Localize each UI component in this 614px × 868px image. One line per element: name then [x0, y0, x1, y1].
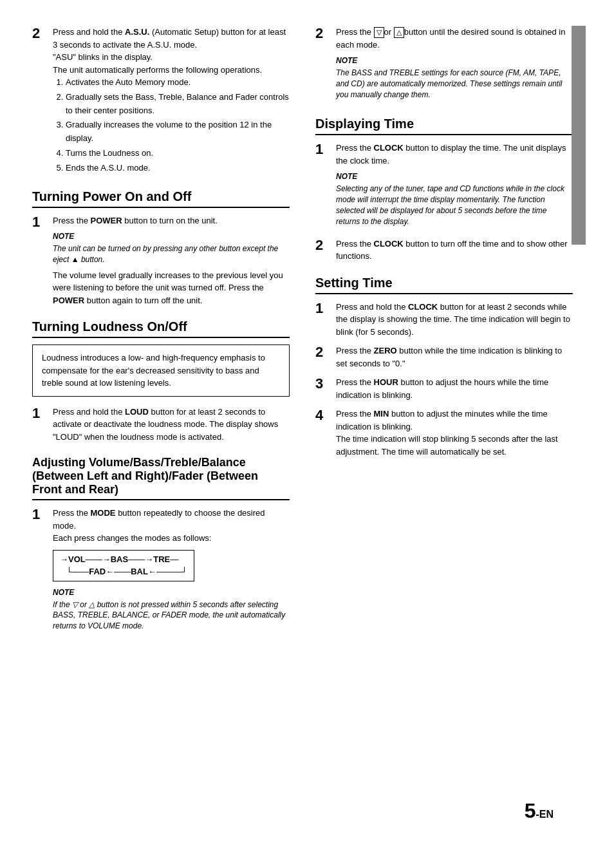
step-2-asu: 2 Press and hold the A.S.U. (Automatic S…: [32, 26, 290, 176]
sound-note-label: NOTE: [336, 55, 573, 66]
step-content-2-sound: Press the ▽or △button until the desired …: [336, 26, 573, 104]
step-content-1-display: Press the CLOCK button to display the ti…: [336, 142, 573, 231]
step-2-sound: 2 Press the ▽or △button until the desire…: [315, 26, 573, 104]
step-1-loudness-text: Press and hold the LOUD button for at le…: [53, 407, 278, 442]
step-1-display: 1 Press the CLOCK button to display the …: [315, 142, 573, 231]
step-2-set-text: Press the ZERO button while the time ind…: [336, 346, 562, 368]
power-bold: POWER: [91, 216, 122, 225]
asu-list-item-3: Gradually increases the volume to the po…: [66, 118, 290, 146]
vol-diagram: → VOL ——→ BAS ——→ TRE — └—— FAD ←——: [53, 550, 290, 581]
power-note-text: The unit can be turned on by pressing an…: [53, 243, 290, 265]
step-num-2-display: 2: [315, 238, 333, 253]
page-num-suffix: -EN: [535, 809, 554, 820]
sound-note-text: The BASS and TREBLE settings for each so…: [336, 68, 573, 100]
clock-bold-2: CLOCK: [374, 239, 404, 249]
step-content-1-mode: Press the MODE button repeatedly to choo…: [53, 507, 290, 636]
step-1-loudness: 1 Press and hold the LOUD button for at …: [32, 406, 290, 444]
side-tab: [572, 26, 586, 245]
step-1-mode-text: Press the MODE button repeatedly to choo…: [53, 508, 265, 531]
clock-bold-3: CLOCK: [408, 302, 438, 312]
step-content-2-display: Press the CLOCK button to turn off the t…: [336, 238, 573, 263]
power-note-label: NOTE: [53, 231, 290, 242]
display-note-label: NOTE: [336, 171, 573, 182]
min-bold: MIN: [374, 409, 389, 419]
vol-note-block: NOTE If the ▽ or △ button is not pressed…: [53, 587, 290, 632]
asu-list-item-2: Gradually sets the Bass, Treble, Balance…: [66, 91, 290, 118]
step-content-1-set: Press and hold the CLOCK button for at l…: [336, 301, 573, 339]
step-num-1-power: 1: [32, 214, 50, 230]
arrow-right-1: →: [60, 553, 68, 566]
step-num-2-asu: 2: [32, 26, 50, 41]
step-1-power-text: Press the POWER button to turn on the un…: [53, 216, 218, 225]
right-column: 2 Press the ▽or △button until the desire…: [302, 26, 586, 842]
corner-left: └——: [66, 565, 89, 578]
vol-down-button: ▽: [374, 27, 384, 38]
step-2-sound-text: Press the ▽or △button until the desired …: [336, 27, 566, 50]
power-note-block: NOTE The unit can be turned on by pressi…: [53, 231, 290, 265]
vol-diagram-inner: → VOL ——→ BAS ——→ TRE — └—— FAD ←——: [53, 550, 194, 581]
step-num-3-set: 3: [315, 376, 333, 392]
step-content-1-loudness: Press and hold the LOUD button for at le…: [53, 406, 290, 444]
step-content-1-power: Press the POWER button to turn on the un…: [53, 214, 290, 307]
loudness-box: Loudness introduces a low- and high-freq…: [32, 344, 290, 397]
display-note-text: Selecting any of the tuner, tape and CD …: [336, 184, 573, 227]
step-1-mode: 1 Press the MODE button repeatedly to ch…: [32, 507, 290, 636]
step-num-1-set: 1: [315, 301, 333, 316]
step-2-asu-text: Press and hold the A.S.U. (Automatic Set…: [53, 27, 286, 50]
step-num-2-sound: 2: [315, 26, 333, 41]
arrow-left-2: ←———┘: [148, 565, 187, 578]
step-1-power: 1 Press the POWER button to turn on the …: [32, 214, 290, 307]
corner-right: —: [170, 553, 178, 566]
step-4-set: 4 Press the MIN button to adjust the min…: [315, 408, 573, 458]
asu-list-item-5: Ends the A.S.U. mode.: [66, 162, 290, 175]
step-1-display-text: Press the CLOCK button to display the ti…: [336, 143, 566, 165]
step-1-mode-line2: Each press changes the modes as follows:: [53, 533, 211, 543]
step-1-set: 1 Press and hold the CLOCK button for at…: [315, 301, 573, 339]
vol-up-button: △: [394, 27, 404, 38]
step-content-2-set: Press the ZERO button while the time ind…: [336, 344, 573, 370]
vol-row-2: └—— FAD ←—— BAL ←———┘: [60, 565, 187, 578]
bal-label: BAL: [131, 565, 148, 578]
step-content-4-set: Press the MIN button to adjust the minut…: [336, 408, 573, 458]
step-2-display-text: Press the CLOCK button to turn off the t…: [336, 239, 568, 261]
asu-bold: A.S.U.: [125, 27, 149, 37]
step-num-1-display: 1: [315, 142, 333, 157]
power-body-text: The volume level gradually increases to …: [53, 269, 290, 307]
loud-bold: LOUD: [125, 407, 149, 417]
step-4-set-text: Press the MIN button to adjust the minut…: [336, 409, 548, 431]
vol-note-text: If the ▽ or △ button is not pressed with…: [53, 599, 290, 632]
page-num-main: 5: [525, 799, 536, 822]
step-2-set: 2 Press the ZERO button while the time i…: [315, 344, 573, 370]
step-content-3-set: Press the HOUR button to adjust the hour…: [336, 376, 573, 401]
step-1-set-text: Press and hold the CLOCK button for at l…: [336, 302, 570, 337]
vol-note-label: NOTE: [53, 587, 290, 598]
vol-label: VOL: [68, 553, 86, 566]
step-3-set: 3 Press the HOUR button to adjust the ho…: [315, 376, 573, 401]
fad-label: FAD: [89, 565, 106, 578]
step-4-set-line2: The time indication will stop blinking 5…: [336, 434, 558, 457]
section-setting-title: Setting Time: [315, 276, 573, 294]
bas-label: BAS: [111, 553, 128, 566]
step-2-asu-line2: "ASU" blinks in the display.: [53, 52, 153, 62]
zero-bold: ZERO: [374, 346, 397, 355]
arrow-left-1: ←——: [106, 565, 131, 578]
section-power-title: Turning Power On and Off: [32, 189, 290, 208]
tre-label: TRE: [153, 553, 170, 566]
sound-note-block: NOTE The BASS and TREBLE settings for ea…: [336, 55, 573, 100]
hour-bold: HOUR: [374, 377, 398, 387]
step-content-2-asu: Press and hold the A.S.U. (Automatic Set…: [53, 26, 290, 176]
arrow-right-2: ——→: [86, 553, 111, 566]
left-column: 2 Press and hold the A.S.U. (Automatic S…: [0, 26, 302, 842]
step-2-display: 2 Press the CLOCK button to turn off the…: [315, 238, 573, 263]
section-adjust-title: Adjusting Volume/Bass/Treble/Balance (Be…: [32, 456, 290, 500]
clock-bold-1: CLOCK: [374, 143, 404, 153]
vol-row-1: → VOL ——→ BAS ——→ TRE —: [60, 553, 187, 566]
section-display-title: Displaying Time: [315, 117, 573, 135]
power-body-bold: POWER: [53, 296, 84, 305]
asu-list: Activates the Auto Memory mode. Graduall…: [66, 76, 290, 175]
step-num-2-set: 2: [315, 344, 333, 360]
step-num-1-loudness: 1: [32, 406, 50, 421]
asu-list-item-1: Activates the Auto Memory mode.: [66, 76, 290, 90]
page-number: 5-EN: [525, 799, 554, 823]
step-num-1-mode: 1: [32, 507, 50, 522]
